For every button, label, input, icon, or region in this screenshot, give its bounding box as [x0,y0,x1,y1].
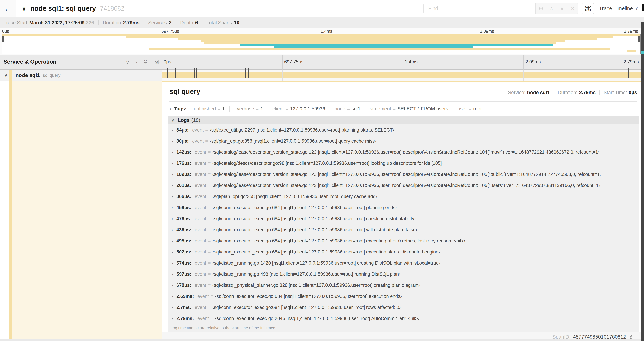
tags-list: _unfinished=1_verbose=1client=127.0.0.1:… [191,106,482,112]
log-field-key: event [195,283,206,288]
tag-item: _unfinished=1 [191,106,225,112]
locate-icon[interactable] [536,5,546,12]
chevron-right-icon[interactable]: › [172,283,173,288]
trace-info-item: Depth6 [180,20,198,26]
log-event-tick [194,68,194,78]
log-field-value: ‹sql/conn_executor_exec.go:2046 [nsql1,c… [215,316,420,321]
clear-search-icon[interactable]: × [567,5,578,12]
chevron-right-icon[interactable]: › [172,183,173,188]
right-edge-scroll-strip[interactable] [641,22,644,341]
log-event-tick [225,68,225,78]
log-row[interactable]: ›597μs:event=‹sql/distsql_running.go:498… [168,269,640,280]
service-operation-column-title: Service & Operation [4,59,56,65]
find-input[interactable] [424,3,535,14]
chevron-right-icon[interactable]: › [172,172,173,177]
chevron-right-icon[interactable]: › [172,294,173,299]
log-event-tick [260,68,261,78]
chevron-right-icon[interactable]: › [172,161,173,166]
minimap-span-bar [178,38,597,40]
service-color-stripe [9,81,12,341]
chevron-right-icon[interactable]: › [172,205,173,210]
log-row[interactable]: ›189μs:event=‹sql/catalog/lease/descript… [168,169,640,180]
log-row[interactable]: ›34μs:event=‹sql/exec_util.go:2297 [nsql… [168,124,640,136]
log-equals: = [208,150,211,155]
timeline-axis: 0μs697.75μs1.4ms2.09ms2.79ms [162,55,644,69]
trace-view-dropdown[interactable]: Trace Timeline ∨ [598,3,640,14]
window-edge-notch [642,4,644,12]
span-detail-area: sql query Service:node sql1Duration:2.79… [0,81,644,341]
expand-one-icon[interactable]: › [136,59,137,65]
log-row[interactable]: ›495μs:event=‹sql/conn_executor_exec.go:… [168,235,640,246]
back-button[interactable]: ← [0,0,16,17]
chevron-right-icon[interactable]: › [172,261,173,266]
span-name-cell[interactable]: ∨ node sql1 sql query [0,70,162,81]
trace-info-value: 6 [195,20,198,26]
log-timestamp: 574μs: [176,260,191,266]
logs-rows: ›34μs:event=‹sql/exec_util.go:2297 [nsql… [168,124,640,324]
chevron-right-icon[interactable]: › [172,128,173,133]
log-row[interactable]: ›502μs:event=‹sql/conn_executor_exec.go:… [168,246,640,257]
tag-value: sql1 [352,106,360,112]
log-row[interactable]: ›2.7ms:event=‹sql/conn_executor_exec.go:… [168,302,640,313]
log-timestamp: 80μs: [176,138,189,144]
log-row[interactable]: ›366μs:event=‹sql/plan_opt.go:358 [nsql1… [168,191,640,202]
keyboard-shortcuts-button[interactable]: ⌘ [582,3,594,14]
log-row[interactable]: ›176μs:event=‹sql/catalog/descs/descript… [168,158,640,169]
log-event-tick [248,68,248,78]
find-tools: ∧ ∨ × [535,3,578,14]
tags-row[interactable]: › Tags: _unfinished=1_verbose=1client=12… [170,104,637,114]
log-row[interactable]: ›459μs:event=‹sql/conn_executor_exec.go:… [168,202,640,213]
chevron-right-icon[interactable]: › [172,249,173,254]
chevron-right-icon[interactable]: › [172,150,173,155]
prev-result-icon[interactable]: ∧ [546,5,557,12]
log-timestamp: 502μs: [176,249,191,255]
log-equals: = [210,294,213,299]
log-field-key: event [195,216,206,221]
detail-stat-label: Service: [508,90,526,95]
span-color-accent [162,81,644,83]
log-field-value: ‹sql/plan_opt.go:358 [nsql1,client=127.0… [212,194,377,199]
chevron-right-icon[interactable]: › [172,194,173,199]
logs-header[interactable]: ∨ Logs (18) [168,116,640,124]
log-field-key: event [197,316,209,321]
chevron-down-icon[interactable]: ∨ [22,5,26,12]
timeline-tick-label: 0μs [164,59,171,65]
log-row[interactable]: ›142μs:event=‹sql/catalog/lease/descript… [168,147,640,158]
log-row[interactable]: ›476μs:event=‹sql/conn_executor_exec.go:… [168,213,640,224]
log-row[interactable]: ›486μs:event=‹sql/conn_executor_exec.go:… [168,224,640,235]
collapse-all-icon[interactable]: ≫ [143,59,149,65]
span-row: ∨ node sql1 sql query [0,70,644,81]
minimap-canvas[interactable] [2,34,640,54]
log-field-key: event [192,138,204,144]
log-equals: = [208,227,211,232]
chevron-right-icon[interactable]: › [172,316,173,321]
chevron-down-icon[interactable]: ∨ [4,72,8,78]
chevron-right-icon[interactable]: › [172,305,173,310]
trace-info-label: Trace Start [4,20,27,26]
collapse-one-icon[interactable]: ∨ [126,59,130,65]
minimap-span-bar [126,36,613,38]
log-event-tick [278,68,279,78]
chevron-right-icon[interactable]: › [172,272,173,277]
log-row[interactable]: ›2.79ms:event=‹sql/conn_executor_exec.go… [168,313,640,324]
column-resize-grip[interactable] [157,60,159,65]
minimap-span-bar [201,40,565,42]
log-event-tick [626,68,627,78]
next-result-icon[interactable]: ∨ [557,5,567,12]
log-row[interactable]: ›574μs:event=‹sql/distsql_running.go:142… [168,257,640,269]
trace-info-label: Total Spans [206,20,232,26]
log-row[interactable]: ›678μs:event=‹sql/distsql_physical_plann… [168,280,640,291]
log-row[interactable]: ›2.69ms:event=‹sql/conn_executor_exec.go… [168,291,640,302]
chevron-right-icon[interactable]: › [172,238,173,243]
tag-value: root [473,106,482,112]
chevron-right-icon[interactable]: › [172,227,173,232]
separator [202,20,202,25]
log-field-key: event [195,238,206,244]
trace-info-value: 10 [234,20,239,26]
tag-equals: = [256,106,259,112]
chevron-right-icon[interactable]: › [172,139,173,144]
log-row[interactable]: ›201μs:event=‹sql/catalog/lease/descript… [168,180,640,191]
log-row[interactable]: ›80μs:event=‹sql/plan_opt.go:358 [nsql1,… [168,136,640,147]
chevron-right-icon[interactable]: › [172,216,173,221]
log-equals: = [208,161,211,166]
